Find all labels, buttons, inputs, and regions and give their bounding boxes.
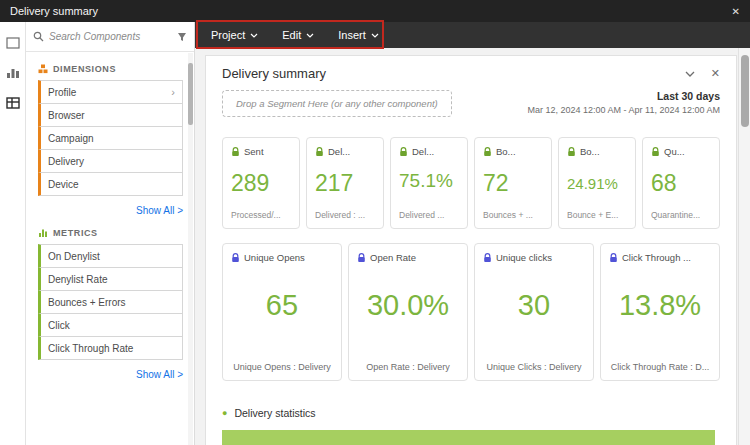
- close-icon: ✕: [711, 68, 720, 79]
- kpi-card-click-through[interactable]: Click Through ... 13.8% Click Through Ra…: [600, 243, 720, 381]
- dimension-item-profile[interactable]: Profile ›: [38, 80, 183, 104]
- chevron-down-icon: [250, 33, 258, 38]
- metric-item-click[interactable]: Click: [38, 313, 183, 337]
- card-title: Sent: [244, 146, 264, 157]
- card-subtitle: Bounce + E...: [567, 210, 627, 220]
- lock-icon: [567, 147, 576, 157]
- dimension-item-delivery[interactable]: Delivery: [38, 149, 183, 173]
- lock-icon: [357, 253, 366, 263]
- card-subtitle: Unique Opens : Delivery: [231, 362, 333, 372]
- lock-icon: [315, 147, 324, 157]
- dimensions-icon: [38, 64, 48, 74]
- summary-card-delivered[interactable]: Del... 217 Delivered : ...: [306, 137, 384, 229]
- menu-project[interactable]: Project: [211, 29, 258, 41]
- panel-close-button[interactable]: ✕: [711, 68, 720, 79]
- panel-subheader: Drop a Segment Here (or any other compon…: [222, 90, 720, 117]
- dimension-item-browser[interactable]: Browser: [38, 103, 183, 127]
- metric-item-label: Denylist Rate: [48, 274, 107, 285]
- card-title: Bo...: [496, 146, 516, 157]
- card-subtitle: Delivered ...: [399, 210, 459, 220]
- dimension-item-label: Device: [48, 179, 79, 190]
- components-scrollbar[interactable]: [188, 53, 193, 445]
- kpi-card-open-rate[interactable]: Open Rate 30.0% Open Rate : Delivery: [348, 243, 468, 381]
- legend-bullet-icon: ●: [222, 409, 227, 418]
- card-subtitle: Unique Clicks : Delivery: [483, 362, 585, 372]
- metrics-header-label: METRICS: [53, 228, 98, 238]
- segment-drop-zone[interactable]: Drop a Segment Here (or any other compon…: [222, 90, 452, 117]
- card-value: 72: [483, 170, 543, 197]
- metrics-header: METRICS: [38, 228, 194, 238]
- dimension-item-device[interactable]: Device: [38, 172, 183, 196]
- metric-item-bounces-errors[interactable]: Bounces + Errors: [38, 290, 183, 314]
- lock-icon: [399, 147, 408, 157]
- metric-item-denylist-rate[interactable]: Denylist Rate: [38, 267, 183, 291]
- search-icon: [33, 31, 44, 42]
- kpi-card-unique-opens[interactable]: Unique Opens 65 Unique Opens : Delivery: [222, 243, 342, 381]
- dimension-item-campaign[interactable]: Campaign: [38, 126, 183, 150]
- search-row: [26, 22, 194, 52]
- card-value: 75.1%: [399, 170, 459, 192]
- metric-item-click-through-rate[interactable]: Click Through Rate: [38, 336, 183, 360]
- top-bar: Delivery summary ✕: [0, 0, 750, 22]
- components-scrollbar-thumb[interactable]: [188, 63, 193, 125]
- main-scrollbar-thumb[interactable]: [741, 55, 749, 127]
- card-value: 217: [315, 170, 375, 197]
- card-title: Qu...: [664, 146, 685, 157]
- chevron-right-icon: >: [177, 369, 183, 380]
- dimensions-header-label: DIMENSIONS: [53, 64, 116, 74]
- metric-item-on-denylist[interactable]: On Denylist: [38, 244, 183, 268]
- menu-edit[interactable]: Edit: [282, 29, 314, 41]
- menu-insert[interactable]: Insert: [338, 29, 379, 41]
- card-title: Unique clicks: [496, 252, 552, 263]
- lock-icon: [231, 147, 240, 157]
- summary-card-row: Sent 289 Processed/... Del... 217 Delive…: [222, 137, 720, 229]
- components-icon[interactable]: [5, 96, 21, 110]
- lock-icon: [483, 253, 492, 263]
- lock-icon: [231, 253, 240, 263]
- dimension-item-label: Campaign: [48, 133, 94, 144]
- menu-insert-label: Insert: [338, 29, 366, 41]
- card-value: 13.8%: [609, 289, 711, 322]
- kpi-card-unique-clicks[interactable]: Unique clicks 30 Unique Clicks : Deliver…: [474, 243, 594, 381]
- summary-card-sent[interactable]: Sent 289 Processed/...: [222, 137, 300, 229]
- chevron-down-icon: [371, 33, 379, 38]
- chevron-down-icon: [306, 33, 314, 38]
- show-all-label: Show All: [136, 369, 174, 380]
- visualizations-icon[interactable]: [5, 66, 21, 80]
- date-range[interactable]: Last 30 days Mar 12, 2024 12:00 AM - Apr…: [528, 90, 720, 115]
- card-value: 289: [231, 170, 291, 197]
- metrics-show-all-link[interactable]: Show All >: [38, 369, 183, 380]
- date-range-detail: Mar 12, 2024 12:00 AM - Apr 11, 2024 12:…: [528, 105, 720, 115]
- metric-item-label: Click: [48, 320, 70, 331]
- card-subtitle: Bounces + ...: [483, 210, 543, 220]
- card-subtitle: Processed/...: [231, 210, 291, 220]
- panels-icon[interactable]: [5, 36, 21, 50]
- lock-icon: [651, 147, 660, 157]
- chart-partial: [222, 430, 715, 445]
- card-title: Unique Opens: [244, 252, 305, 263]
- summary-card-quarantine[interactable]: Qu... 68 Quarantine...: [642, 137, 720, 229]
- delivery-statistics-header: ● Delivery statistics: [222, 407, 720, 419]
- main-scrollbar[interactable]: [738, 48, 750, 445]
- metrics-section: METRICS On Denylist Denylist Rate Bounce…: [26, 216, 194, 380]
- close-icon[interactable]: ✕: [732, 6, 740, 17]
- metric-item-label: On Denylist: [48, 251, 100, 262]
- menu-edit-label: Edit: [282, 29, 301, 41]
- panel-title: Delivery summary: [222, 66, 326, 81]
- card-title: Del...: [328, 146, 350, 157]
- summary-card-bounce-rate[interactable]: Bo... 24.91% Bounce + E...: [558, 137, 636, 229]
- card-title: Open Rate: [370, 252, 416, 263]
- app-window: Delivery summary ✕ Project Edit Insert: [0, 0, 750, 445]
- metric-item-label: Bounces + Errors: [48, 297, 126, 308]
- card-subtitle: Open Rate : Delivery: [357, 362, 459, 372]
- metrics-icon: [38, 228, 48, 238]
- menu-project-label: Project: [211, 29, 245, 41]
- card-title: Click Through ...: [622, 252, 691, 263]
- panel-collapse-button[interactable]: [685, 71, 695, 77]
- menu-bar: Project Edit Insert: [195, 22, 750, 48]
- summary-card-bounces[interactable]: Bo... 72 Bounces + ...: [474, 137, 552, 229]
- summary-card-delivered-rate[interactable]: Del... 75.1% Delivered ...: [390, 137, 468, 229]
- search-input[interactable]: [49, 31, 172, 42]
- filter-icon[interactable]: [177, 32, 187, 42]
- dimensions-show-all-link[interactable]: Show All >: [38, 205, 183, 216]
